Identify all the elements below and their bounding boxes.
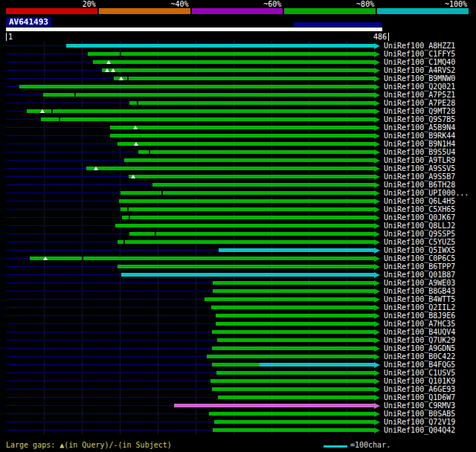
alignment-bar[interactable] (129, 175, 374, 178)
alignment-bar[interactable] (216, 371, 374, 375)
hit-label[interactable]: UniRef100_A5B9N4 (384, 123, 455, 132)
hit-label[interactable]: UniRef100_Q8LLJ2 (384, 222, 455, 230)
alignment-bar[interactable] (260, 363, 374, 367)
hit-label[interactable]: UniRef100_Q101K9 (384, 377, 455, 385)
alignment-bar[interactable] (93, 60, 374, 64)
hit-row (6, 132, 382, 140)
alignment-bar[interactable] (212, 346, 374, 350)
hit-label[interactable]: UniRef100_C5YUZ5 (384, 238, 455, 246)
alignment-bar[interactable] (86, 167, 374, 170)
alignment-bar[interactable] (102, 68, 374, 72)
hit-label[interactable]: UniRef100_A9GDN5 (384, 344, 455, 352)
query-gap-marker (133, 126, 138, 129)
hit-label[interactable]: UniRef100_B4WTT5 (384, 295, 455, 303)
alignment-bar[interactable] (152, 183, 374, 187)
alignment-bar[interactable] (114, 77, 374, 80)
hit-label[interactable]: UniRef100_A9SSV5 (384, 164, 455, 172)
hit-label[interactable]: UniRef100_A7P5Z1 (384, 91, 455, 99)
alignment-bar[interactable] (121, 273, 374, 277)
alignment-bar[interactable] (122, 216, 374, 219)
alignment-bar[interactable] (41, 117, 374, 121)
hit-label[interactable]: UniRef100_B9N1H4 (384, 140, 455, 148)
hit-label[interactable]: UniRef100_B9RK44 (384, 132, 455, 140)
hit-label[interactable]: UniRef100_Q0JK67 (384, 213, 455, 222)
hit-label[interactable]: UniRef100_B9S5U4 (384, 148, 455, 156)
hit-label[interactable]: UniRef100_B6TPP7 (384, 262, 455, 271)
hit-label[interactable]: UniRef100_A4RVS2 (384, 66, 455, 74)
hit-label[interactable]: UniRef100_Q7UK29 (384, 336, 455, 344)
hit-label[interactable]: UniRef100_B8J9E6 (384, 311, 455, 320)
alignment-bar[interactable] (129, 232, 374, 236)
alignment-bar[interactable] (120, 207, 374, 211)
hit-label[interactable]: UniRef100_A9TLR9 (384, 156, 455, 164)
alignment-bar[interactable] (205, 297, 374, 301)
hit-label[interactable]: UniRef100_Q9MT28 (384, 107, 455, 115)
alignment-bar[interactable] (207, 355, 374, 358)
hit-label[interactable]: UniRef100_A7PE28 (384, 99, 455, 107)
hit-label[interactable]: UniRef100_C1FFY5 (384, 50, 455, 58)
hit-label[interactable]: UniRef100_C9RMV3 (384, 401, 455, 410)
alignment-bar[interactable] (211, 306, 374, 309)
identity-scale-labels: 20%~40%~60%~80%~100% (6, 0, 470, 8)
alignment-bar[interactable] (174, 404, 374, 407)
alignment-bar[interactable] (213, 428, 374, 432)
hit-label[interactable]: UniRef100_Q2Q021 (384, 83, 455, 91)
alignment-bar[interactable] (129, 101, 374, 105)
hit-label[interactable]: UniRef100_Q72V19 (384, 418, 455, 426)
hit-label[interactable]: UniRef100_Q1D6W7 (384, 393, 455, 401)
hit-label[interactable]: UniRef100_Q01B87 (384, 271, 455, 279)
alignment-bar[interactable] (120, 191, 374, 195)
alignment-bar[interactable] (66, 44, 375, 48)
alignment-bar[interactable] (19, 85, 374, 88)
alignment-bar[interactable] (110, 126, 375, 129)
hit-label[interactable]: UniRef100_B9MNW0 (384, 74, 455, 83)
hit-label[interactable]: UniRef100_Q9SSP5 (384, 230, 455, 238)
alignment-bar[interactable] (212, 363, 260, 367)
hit-label[interactable]: UniRef100_Q2IIL2 (384, 303, 455, 311)
hit-label[interactable]: UniRef100_Q6L4H5 (384, 197, 455, 205)
hit-label[interactable]: UniRef100_C1MQ40 (384, 58, 455, 66)
hit-label[interactable]: UniRef100_A7HC35 (384, 320, 455, 328)
hit-label[interactable]: UniRef100_C1USV5 (384, 369, 455, 377)
hit-label[interactable]: UniRef100_A8HZZ1 (384, 42, 455, 50)
alignment-bar[interactable] (216, 322, 374, 326)
alignment-bar[interactable] (209, 412, 374, 416)
alignment-bar[interactable] (115, 224, 374, 227)
hit-label[interactable]: UniRef100_B8GB43 (384, 287, 455, 295)
hit-label[interactable]: UniRef100_C0P6C5 (384, 254, 455, 262)
hit-label[interactable]: UniRef100_B0SAB5 (384, 410, 455, 418)
hit-label[interactable]: UniRef100_B6TH28 (384, 181, 455, 189)
hit-label[interactable]: UniRef100_UPI000... (384, 189, 469, 197)
hit-label[interactable]: UniRef100_A6GE93 (384, 385, 455, 393)
alignment-bar[interactable] (88, 52, 374, 56)
alignment-bar[interactable] (212, 387, 374, 391)
alignment-bar[interactable] (210, 379, 374, 383)
alignment-bar[interactable] (118, 265, 374, 268)
hit-label[interactable]: UniRef100_B0C422 (384, 352, 455, 361)
alignment-bar[interactable] (218, 396, 374, 399)
alignment-bar[interactable] (43, 93, 374, 97)
alignment-bar[interactable] (214, 420, 374, 424)
hit-label[interactable]: UniRef100_A9WE03 (384, 279, 455, 287)
subject-gap-marker (82, 256, 83, 260)
alignment-bar[interactable] (213, 281, 374, 285)
hit-label[interactable]: UniRef100_A9S5B7 (384, 172, 455, 181)
alignment-bar[interactable] (212, 330, 374, 334)
alignment-bar[interactable] (119, 199, 374, 203)
alignment-bar[interactable] (118, 240, 374, 244)
alignment-bar[interactable] (138, 150, 374, 154)
alignment-bar[interactable] (118, 142, 374, 146)
hit-label[interactable]: UniRef100_Q04Q42 (384, 426, 455, 434)
hit-label[interactable]: UniRef100_B4UQV4 (384, 328, 455, 336)
hit-label[interactable]: UniRef100_Q9S7B5 (384, 115, 455, 123)
alignment-bar[interactable] (217, 338, 374, 342)
alignment-bar[interactable] (124, 158, 374, 162)
alignment-bar[interactable] (219, 248, 374, 252)
hit-label[interactable]: UniRef100_B4FQG5 (384, 361, 455, 369)
hit-label[interactable]: UniRef100_C5XH65 (384, 205, 455, 213)
alignment-bar[interactable] (216, 314, 374, 317)
alignment-bar[interactable] (213, 289, 374, 293)
alignment-bar[interactable] (110, 134, 375, 138)
hit-label[interactable]: UniRef100_Q5IWX5 (384, 246, 455, 254)
alignment-bar[interactable] (27, 109, 375, 113)
